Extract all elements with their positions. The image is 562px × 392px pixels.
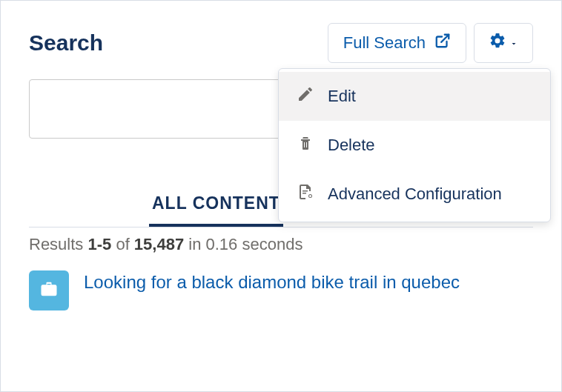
settings-dropdown: Edit Delete Advanced Configuration	[278, 68, 551, 222]
external-link-icon	[434, 33, 451, 53]
trash-icon	[297, 134, 314, 156]
tabs-divider	[29, 227, 533, 227]
briefcase-icon	[39, 279, 59, 302]
results-prefix: Results	[29, 235, 87, 253]
results-seconds: 0.16 seconds	[206, 235, 303, 253]
result-title-link[interactable]: Looking for a black diamond bike trail i…	[84, 270, 460, 293]
dropdown-edit[interactable]: Edit	[279, 72, 550, 121]
results-total: 15,487	[134, 235, 184, 253]
pencil-icon	[297, 85, 314, 107]
results-range: 1-5	[87, 235, 111, 253]
dropdown-delete[interactable]: Delete	[279, 121, 550, 170]
result-row: Looking for a black diamond bike trail i…	[29, 270, 533, 310]
dropdown-delete-label: Delete	[328, 136, 375, 155]
tab-all-content[interactable]: ALL CONTENT	[149, 186, 283, 227]
settings-button[interactable]	[474, 23, 533, 63]
document-gear-icon	[297, 183, 314, 205]
results-summary: Results 1-5 of 15,487 in 0.16 seconds	[29, 235, 533, 254]
page-title: Search	[29, 30, 103, 56]
results-of: of	[111, 235, 134, 253]
result-type-icon	[29, 270, 69, 310]
dropdown-edit-label: Edit	[328, 87, 356, 106]
svg-line-0	[441, 35, 449, 42]
results-in: in	[184, 235, 205, 253]
header-actions: Full Search	[328, 23, 533, 63]
dropdown-advanced-label: Advanced Configuration	[328, 185, 502, 204]
full-search-label: Full Search	[343, 33, 426, 53]
full-search-button[interactable]: Full Search	[328, 23, 466, 63]
dropdown-advanced[interactable]: Advanced Configuration	[279, 170, 550, 219]
gear-icon	[489, 32, 506, 54]
chevron-down-icon	[509, 33, 518, 53]
